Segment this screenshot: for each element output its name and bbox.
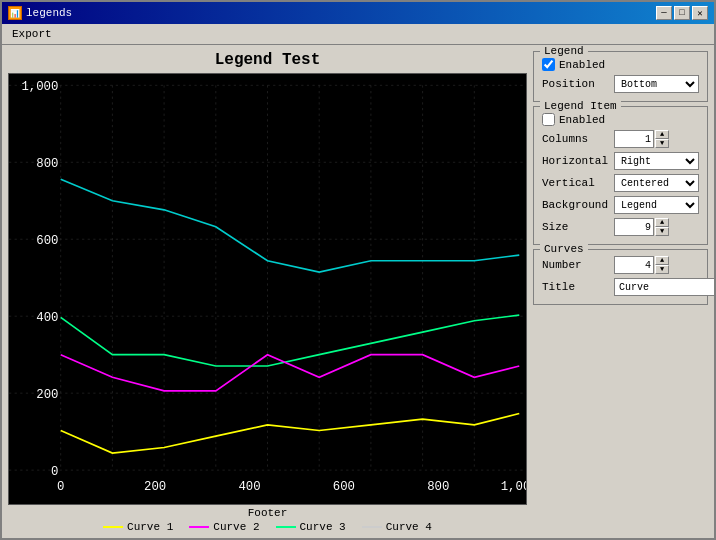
svg-text:800: 800 <box>36 157 58 171</box>
size-spinner: ▲ ▼ <box>614 218 699 236</box>
legend-color-4 <box>362 526 382 528</box>
maximize-button[interactable]: □ <box>674 6 690 20</box>
right-panel: Legend Enabled Position Bottom Top Left … <box>533 51 708 532</box>
columns-spinner: ▲ ▼ <box>614 130 699 148</box>
size-spin-buttons: ▲ ▼ <box>655 218 669 236</box>
chart-title: Legend Test <box>8 51 527 69</box>
legend-item-group: Legend Item Enabled Columns ▲ ▼ <box>533 106 708 245</box>
curves-title-label: Title <box>542 281 610 293</box>
legend-item-vertical-label: Vertical <box>542 177 610 189</box>
legend-item-background-label: Background <box>542 199 610 211</box>
curve-legend: Curve 1 Curve 2 Curve 3 Curve 4 <box>8 521 527 533</box>
legend-item-vertical-select[interactable]: Centered Top Bottom <box>614 174 699 192</box>
curves-number-row: Number ▲ ▼ <box>542 256 699 274</box>
size-input[interactable] <box>614 218 654 236</box>
legend-position-label: Position <box>542 78 610 90</box>
size-up-button[interactable]: ▲ <box>655 218 669 227</box>
svg-text:200: 200 <box>36 388 58 402</box>
legend-label-3: Curve 3 <box>300 521 346 533</box>
legend-enabled-label: Enabled <box>559 59 605 71</box>
close-button[interactable]: ✕ <box>692 6 708 20</box>
legend-group-title: Legend <box>540 45 588 57</box>
legend-item-horizontal-label: Horizontal <box>542 155 610 167</box>
window-icon: 📊 <box>8 6 22 20</box>
minimize-button[interactable]: ─ <box>656 6 672 20</box>
main-window: 📊 legends ─ □ ✕ Export Legend Test <box>0 0 716 540</box>
curves-number-down-button[interactable]: ▼ <box>655 265 669 274</box>
columns-spin-buttons: ▲ ▼ <box>655 130 669 148</box>
legend-item-enabled-label: Enabled <box>559 114 605 126</box>
legend-color-3 <box>276 526 296 528</box>
title-bar-left: 📊 legends <box>8 6 72 20</box>
legend-item-group-title: Legend Item <box>540 100 621 112</box>
legend-enabled-checkbox[interactable] <box>542 58 555 71</box>
legend-item-3: Curve 3 <box>276 521 346 533</box>
size-down-button[interactable]: ▼ <box>655 227 669 236</box>
curves-number-spinner: ▲ ▼ <box>614 256 699 274</box>
svg-text:600: 600 <box>333 480 355 494</box>
curves-group: Curves Number ▲ ▼ Title <box>533 249 708 305</box>
svg-text:1,000: 1,000 <box>21 80 58 94</box>
legend-label-2: Curve 2 <box>213 521 259 533</box>
legend-item-horizontal-row: Horizontal Right Left Center <box>542 152 699 170</box>
curves-number-input[interactable] <box>614 256 654 274</box>
chart-x-label: Footer <box>8 507 527 519</box>
legend-group: Legend Enabled Position Bottom Top Left … <box>533 51 708 102</box>
curves-number-spin-buttons: ▲ ▼ <box>655 256 669 274</box>
menu-bar: Export <box>2 24 714 45</box>
legend-item-2: Curve 2 <box>189 521 259 533</box>
chart-svg: 1,000 800 600 400 200 0 0 200 400 600 80… <box>9 74 526 504</box>
window-title: legends <box>26 7 72 19</box>
legend-item-vertical-row: Vertical Centered Top Bottom <box>542 174 699 192</box>
legend-position-row: Position Bottom Top Left Right <box>542 75 699 93</box>
curves-group-title: Curves <box>540 243 588 255</box>
legend-enabled-row: Enabled <box>542 58 699 71</box>
legend-color-2 <box>189 526 209 528</box>
legend-item-enabled-row: Enabled <box>542 113 699 126</box>
title-bar: 📊 legends ─ □ ✕ <box>2 2 714 24</box>
legend-item-size-label: Size <box>542 221 610 233</box>
chart-area: Legend Test <box>8 51 527 532</box>
svg-text:800: 800 <box>427 480 449 494</box>
legend-item-1: Curve 1 <box>103 521 173 533</box>
legend-item-size-row: Size ▲ ▼ <box>542 218 699 236</box>
svg-text:400: 400 <box>238 480 260 494</box>
legend-label-4: Curve 4 <box>386 521 432 533</box>
columns-down-button[interactable]: ▼ <box>655 139 669 148</box>
curves-number-up-button[interactable]: ▲ <box>655 256 669 265</box>
columns-input[interactable] <box>614 130 654 148</box>
legend-item-columns-label: Columns <box>542 133 610 145</box>
legend-item-4: Curve 4 <box>362 521 432 533</box>
svg-text:400: 400 <box>36 311 58 325</box>
svg-text:1,000: 1,000 <box>501 480 526 494</box>
menu-item-export[interactable]: Export <box>6 26 58 42</box>
columns-up-button[interactable]: ▲ <box>655 130 669 139</box>
svg-text:0: 0 <box>57 480 64 494</box>
legend-item-horizontal-select[interactable]: Right Left Center <box>614 152 699 170</box>
legend-item-enabled-checkbox[interactable] <box>542 113 555 126</box>
curves-number-label: Number <box>542 259 610 271</box>
svg-text:600: 600 <box>36 234 58 248</box>
legend-item-background-select[interactable]: Legend None Chart <box>614 196 699 214</box>
content-area: Legend Test <box>2 45 714 538</box>
chart-container: 1,000 800 600 400 200 0 0 200 400 600 80… <box>8 73 527 505</box>
legend-position-select[interactable]: Bottom Top Left Right <box>614 75 699 93</box>
svg-text:0: 0 <box>51 465 58 479</box>
legend-item-background-row: Background Legend None Chart <box>542 196 699 214</box>
title-buttons: ─ □ ✕ <box>656 6 708 20</box>
curves-title-input[interactable] <box>614 278 714 296</box>
legend-color-1 <box>103 526 123 528</box>
curves-title-row: Title <box>542 278 699 296</box>
legend-label-1: Curve 1 <box>127 521 173 533</box>
legend-item-columns-row: Columns ▲ ▼ <box>542 130 699 148</box>
svg-text:200: 200 <box>144 480 166 494</box>
